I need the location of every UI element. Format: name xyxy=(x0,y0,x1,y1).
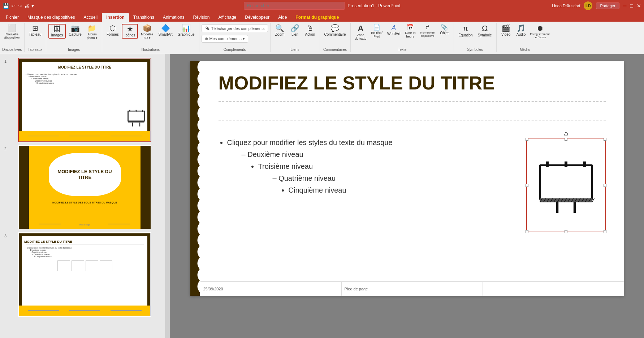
smartart-icon: 🔷 xyxy=(161,25,170,32)
search-input[interactable] xyxy=(243,2,345,10)
audio-button[interactable]: 🎵 Audio xyxy=(514,24,528,37)
symbole-button[interactable]: Ω Symbole xyxy=(476,24,494,38)
wordart-button[interactable]: A WordArt xyxy=(385,24,403,36)
zoom-button[interactable]: 🔍 Zoom xyxy=(273,24,287,37)
lien-button[interactable]: 🔗 Lien xyxy=(288,24,302,37)
handle-tr[interactable] xyxy=(604,138,606,141)
handle-bl[interactable] xyxy=(526,230,528,233)
tab-affichage[interactable]: Affichage xyxy=(214,13,241,22)
zone-texte-button[interactable]: A Zonede texte xyxy=(353,24,369,41)
capture-button[interactable]: 📷 Capture xyxy=(66,24,84,37)
modeles3d-button[interactable]: 📦 Modèles3D ▾ xyxy=(139,24,155,40)
tab-fichier[interactable]: Fichier xyxy=(1,13,23,22)
user-name: Linda Dräusdorf xyxy=(552,4,580,8)
action-button[interactable]: 🖱 Action xyxy=(303,24,317,37)
handle-ml[interactable] xyxy=(526,184,528,187)
mes-complements-button[interactable]: ⊕ Mes compléments ▾ xyxy=(202,35,248,43)
handle-br[interactable] xyxy=(604,230,606,233)
nouvelle-diapo-icon: ⬜ xyxy=(8,25,17,32)
images-button[interactable]: 🖼 Images xyxy=(48,24,66,39)
objet-icon: 📎 xyxy=(441,25,448,30)
tab-animations[interactable]: Animations xyxy=(159,13,189,22)
slide-title[interactable]: MODIFIEZ LE STYLE DU TITRE xyxy=(219,72,606,102)
group-media: 🎬 Vidéo 🎵 Audio ⏺ Enregistrement de l'éc… xyxy=(497,23,553,52)
video-button[interactable]: 🎬 Vidéo xyxy=(499,24,513,37)
smartart-button[interactable]: 🔷 SmartArt xyxy=(156,24,174,37)
handle-tl[interactable] xyxy=(526,138,528,141)
tab-developpeur[interactable]: Développeur xyxy=(241,13,274,22)
handle-tm[interactable] xyxy=(565,138,567,141)
slide-thumb-3[interactable]: MODIFIEZ LE STYLE DU TITRE • Cliquez pou… xyxy=(18,232,151,317)
commentaire-button[interactable]: 💬 Commentaire xyxy=(322,24,348,37)
en-tete-icon: 📄 xyxy=(373,25,380,30)
group-symboles-label: Symboles xyxy=(467,47,483,52)
slide-3-title-thumb: MODIFIEZ LE STYLE DU TITRE xyxy=(24,240,145,243)
rotate-handle[interactable] xyxy=(563,131,569,139)
tab-transitions[interactable]: Transitions xyxy=(129,13,159,22)
bullet-level4: Quatrième niveau xyxy=(273,174,512,183)
date-heure-icon: 📅 xyxy=(407,25,414,30)
svg-rect-0 xyxy=(128,111,144,121)
objet-button[interactable]: 📎 Objet xyxy=(437,24,451,36)
slide-thumb-2[interactable]: MODIFIEZ LE STYLE DU TITRE MODIFIEZ LE S… xyxy=(18,145,151,229)
symbole-icon: Ω xyxy=(482,25,488,32)
tab-masque[interactable]: Masque des diapositives xyxy=(23,13,79,22)
zone-texte-label: Zonede texte xyxy=(355,33,367,40)
tab-format-graphique[interactable]: Format du graphique xyxy=(291,13,343,22)
formes-label: Formes xyxy=(107,32,119,36)
tab-insertion[interactable]: Insertion xyxy=(102,13,129,22)
tab-aide[interactable]: Aide xyxy=(274,13,291,22)
group-commentaires: 💬 Commentaire Commentaires xyxy=(320,23,351,52)
svg-rect-20 xyxy=(565,162,567,167)
graphique-button[interactable]: 📊 Graphique xyxy=(176,24,197,37)
icones-button[interactable]: ★ Icônes xyxy=(122,24,138,39)
slides-scrollbar[interactable] xyxy=(165,54,169,338)
handle-mr[interactable] xyxy=(604,184,606,187)
svg-rect-3 xyxy=(128,121,144,123)
enregistrement-button[interactable]: ⏺ Enregistrement de l'écran xyxy=(529,24,551,40)
graphique-label: Graphique xyxy=(178,32,195,36)
capture-icon: 📷 xyxy=(71,25,80,32)
undo-icon[interactable]: ↩ xyxy=(11,3,16,9)
equation-button[interactable]: π Équation xyxy=(456,24,475,38)
slide-footer: 25/09/2020 Pied de page xyxy=(200,281,624,296)
title-bar-right: Linda Dräusdorf LD Partager ─ □ ✕ xyxy=(552,1,641,10)
footer-date: 25/09/2020 xyxy=(200,282,342,296)
date-heure-button[interactable]: 📅 Date etheure xyxy=(403,24,418,39)
group-diapositives-label: Diapositives xyxy=(2,47,22,52)
canvas-area: MODIFIEZ LE STYLE DU TITRE Cliquez pour … xyxy=(170,54,644,338)
minimize-button[interactable]: ─ xyxy=(623,3,627,9)
nouvelle-diapositive-button[interactable]: ⬜ Nouvellediapositive xyxy=(2,24,22,40)
group-complements-label: Compléments xyxy=(224,47,246,52)
tableau-button[interactable]: ⊞ Tableau xyxy=(27,24,44,37)
svg-rect-9 xyxy=(129,110,130,111)
slide-thumb-1[interactable]: MODIFIEZ LE STYLE DU TITRE • Cliquez pou… xyxy=(18,58,151,142)
tab-accueil[interactable]: Accueil xyxy=(79,13,102,22)
slide-text-content[interactable]: Cliquez pour modifier les styles du text… xyxy=(219,139,512,232)
en-tete-pied-button[interactable]: 📄 En-tête/Pied xyxy=(369,24,385,39)
zoom-icon: 🔍 xyxy=(275,25,284,32)
customize-icon[interactable]: ▾ xyxy=(31,3,34,9)
formes-button[interactable]: ⬡ Formes xyxy=(104,24,121,37)
formes-icon: ⬡ xyxy=(109,25,116,32)
selected-icon-container[interactable] xyxy=(526,139,606,232)
numero-diapo-button[interactable]: # Numéro dediapositive xyxy=(418,24,437,38)
avatar[interactable]: LD xyxy=(584,1,592,10)
svg-rect-18 xyxy=(540,165,592,199)
billboard-icon xyxy=(537,153,595,218)
album-photo-icon: 📁 xyxy=(87,25,96,32)
main-slide[interactable]: MODIFIEZ LE STYLE DU TITRE Cliquez pour … xyxy=(190,61,624,296)
group-texte-label: Texte xyxy=(398,47,406,52)
numero-diapo-label: Numéro dediapositive xyxy=(420,31,435,38)
save-icon[interactable]: 💾 xyxy=(3,3,9,9)
telecharger-complements-button[interactable]: 🔌 Télécharger des compléments xyxy=(202,25,268,32)
group-images-label: Images xyxy=(68,47,80,52)
maximize-button[interactable]: □ xyxy=(630,3,633,9)
close-button[interactable]: ✕ xyxy=(637,3,641,9)
handle-bm[interactable] xyxy=(565,230,567,233)
tab-revision[interactable]: Révision xyxy=(189,13,214,22)
redo-icon[interactable]: ↪ xyxy=(18,3,22,9)
print-icon[interactable]: 🖨 xyxy=(24,3,29,9)
partager-button[interactable]: Partager xyxy=(596,3,619,9)
album-photo-button[interactable]: 📁 Albumphoto ▾ xyxy=(85,24,100,40)
